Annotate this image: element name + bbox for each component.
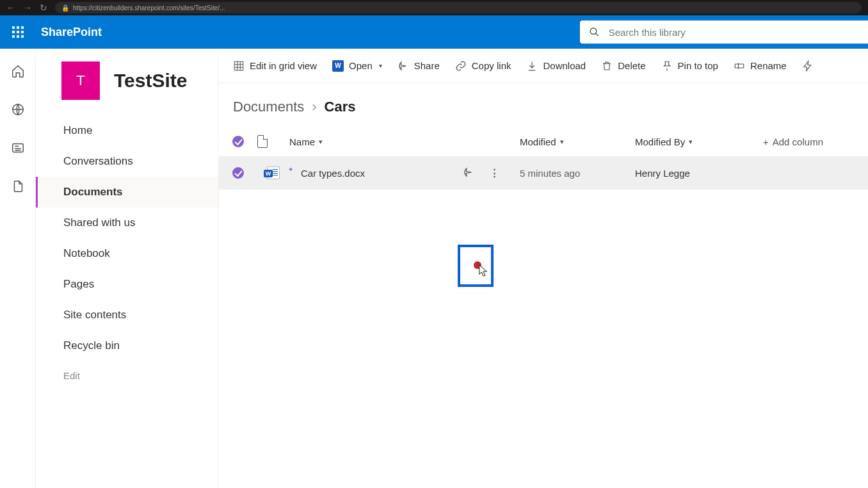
back-icon[interactable]: ←	[6, 3, 15, 13]
site-header: T TestSite	[36, 49, 218, 111]
nav-item-home[interactable]: Home	[36, 115, 218, 146]
search-box[interactable]	[580, 20, 868, 44]
modified-header-label: Modified	[520, 136, 556, 147]
cmd-edit-grid-label: Edit in grid view	[250, 60, 317, 71]
checkmark-icon	[232, 167, 244, 179]
site-name[interactable]: TestSite	[114, 70, 187, 92]
link-icon	[455, 60, 467, 72]
nav-item-shared-with-us[interactable]: Shared with us	[36, 207, 218, 238]
search-input[interactable]	[609, 27, 859, 38]
cmd-edit-grid-view[interactable]: Edit in grid view	[233, 60, 317, 72]
row-actions: ⋮	[463, 167, 520, 180]
command-bar: Edit in grid view W Open ▾ Share Copy li…	[219, 49, 868, 83]
svg-line-1	[595, 33, 598, 36]
forward-icon[interactable]: →	[23, 3, 32, 13]
modified-by-header[interactable]: Modified By ▾	[635, 136, 763, 147]
svg-rect-3	[12, 144, 23, 152]
checkmark-icon	[232, 136, 244, 147]
add-column-label: Add column	[773, 136, 823, 147]
news-icon[interactable]	[11, 141, 25, 155]
column-headers: Name ▾ Modified ▾ Modified By ▾ + Add co…	[219, 127, 868, 156]
app-launcher-icon[interactable]	[0, 26, 36, 38]
nav-item-site-contents[interactable]: Site contents	[36, 300, 218, 330]
share-row-icon[interactable]	[463, 167, 474, 180]
url-text: https://citizenbuilders.sharepoint.com/s…	[73, 4, 225, 12]
cmd-rename-label: Rename	[750, 60, 787, 71]
globe-icon[interactable]	[11, 102, 25, 117]
modified-by-header-label: Modified By	[635, 136, 685, 147]
reload-icon[interactable]: ↻	[40, 3, 47, 13]
nav-edit-link[interactable]: Edit	[36, 361, 218, 390]
word-icon: W	[332, 60, 344, 72]
chevron-right-icon: ›	[312, 99, 316, 115]
add-column-button[interactable]: + Add column	[763, 136, 854, 147]
chevron-down-icon: ▾	[379, 62, 382, 69]
plus-icon: +	[763, 136, 769, 147]
cmd-delete-label: Delete	[618, 60, 645, 71]
name-header-label: Name	[289, 136, 315, 147]
chevron-down-icon: ▾	[560, 138, 564, 146]
more-actions-icon[interactable]: ⋮	[490, 167, 501, 179]
lock-icon: 🔒	[61, 4, 69, 12]
row-select-toggle[interactable]	[219, 167, 257, 179]
cmd-share[interactable]: Share	[398, 60, 440, 72]
download-icon	[526, 60, 538, 72]
cmd-download[interactable]: Download	[526, 60, 586, 72]
file-name-label: Car types.docx	[301, 168, 365, 179]
cmd-open-label: Open	[349, 60, 373, 71]
browser-chrome: ← → ↻ 🔒 https://citizenbuilders.sharepoi…	[0, 0, 868, 15]
files-icon[interactable]	[11, 179, 25, 193]
grid-icon	[233, 60, 245, 72]
svg-rect-12	[735, 64, 744, 68]
table-row[interactable]: ✦ Car types.docx ⋮ 5 minutes ago Henry L…	[219, 156, 868, 190]
cmd-open[interactable]: W Open ▾	[332, 60, 382, 72]
svg-point-0	[590, 28, 597, 35]
address-bar[interactable]: 🔒 https://citizenbuilders.sharepoint.com…	[55, 2, 862, 13]
cmd-delete[interactable]: Delete	[601, 60, 645, 72]
global-rail	[0, 49, 36, 488]
home-icon[interactable]	[11, 64, 25, 78]
breadcrumb: Documents › Cars	[219, 83, 868, 122]
chevron-down-icon: ▾	[689, 138, 693, 146]
cmd-copy-link[interactable]: Copy link	[455, 60, 511, 72]
name-header[interactable]: Name ▾	[289, 136, 520, 147]
search-icon	[589, 26, 600, 38]
nav-item-conversations[interactable]: Conversations	[36, 146, 218, 177]
modified-cell: 5 minutes ago	[520, 168, 635, 179]
left-nav: T TestSite Home Conversations Documents …	[36, 49, 219, 488]
nav-item-notebook[interactable]: Notebook	[36, 238, 218, 269]
modified-header[interactable]: Modified ▾	[520, 136, 635, 147]
select-all-toggle[interactable]	[219, 136, 257, 147]
new-indicator-icon: ✦	[288, 166, 293, 173]
file-name-cell[interactable]: ✦ Car types.docx ⋮	[289, 167, 520, 180]
nav-item-recycle-bin[interactable]: Recycle bin	[36, 330, 218, 361]
file-list: Name ▾ Modified ▾ Modified By ▾ + Add co…	[219, 122, 868, 190]
svg-rect-7	[234, 61, 243, 70]
cmd-share-label: Share	[414, 60, 440, 71]
cmd-download-label: Download	[543, 60, 586, 71]
cmd-pin-label: Pin to top	[678, 60, 718, 71]
cmd-automate[interactable]	[802, 60, 814, 72]
word-document-icon	[267, 167, 280, 179]
trash-icon	[601, 60, 613, 72]
file-type-header[interactable]	[257, 135, 289, 148]
cmd-copy-link-label: Copy link	[472, 60, 511, 71]
nav-item-documents[interactable]: Documents	[36, 177, 218, 207]
breadcrumb-parent[interactable]: Documents	[233, 99, 304, 115]
rename-icon	[734, 60, 745, 72]
suite-bar: SharePoint	[0, 15, 868, 49]
site-tile[interactable]: T	[61, 61, 100, 100]
main-area: Edit in grid view W Open ▾ Share Copy li…	[219, 49, 868, 488]
chevron-down-icon: ▾	[319, 138, 323, 146]
file-type-cell	[257, 167, 289, 179]
share-icon	[398, 60, 409, 72]
cmd-rename[interactable]: Rename	[734, 60, 787, 72]
cmd-pin-to-top[interactable]: Pin to top	[661, 60, 718, 72]
breadcrumb-current: Cars	[325, 99, 356, 115]
site-nav: Home Conversations Documents Shared with…	[36, 111, 218, 390]
nav-item-pages[interactable]: Pages	[36, 269, 218, 300]
brand-label[interactable]: SharePoint	[41, 26, 102, 39]
pin-icon	[661, 60, 673, 72]
document-icon	[257, 135, 268, 148]
modified-by-cell: Henry Legge	[635, 168, 763, 179]
